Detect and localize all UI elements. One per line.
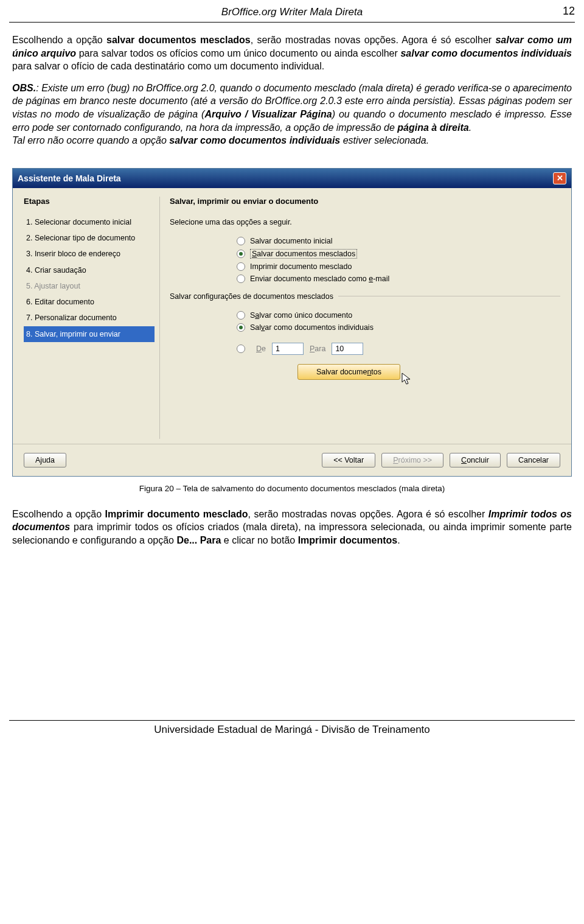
step-2[interactable]: 2. Selecionar tipo de documento	[24, 230, 155, 246]
dialog-footer: Ajuda << Voltar Próximo >> Concluir Canc…	[13, 444, 571, 476]
step-8[interactable]: 8. Salvar, imprimir ou enviar	[24, 326, 155, 342]
prompt-text: Selecione uma das opções a seguir.	[170, 218, 560, 226]
de-label: De	[256, 345, 266, 353]
help-button[interactable]: Ajuda	[24, 453, 66, 467]
step-1[interactable]: 1. Selecionar documento inicial	[24, 214, 155, 230]
range-row: De 1 Para 10	[237, 341, 560, 357]
radio-icon[interactable]	[237, 275, 245, 283]
step-6[interactable]: 6. Editar documento	[24, 294, 155, 310]
back-button[interactable]: << Voltar	[322, 453, 375, 467]
radio-icon[interactable]	[237, 250, 245, 258]
opt-print-merged[interactable]: Imprimir documento mesclado	[237, 261, 560, 273]
paragraph-1: Escolhendo a opção salvar documentos mes…	[12, 33, 572, 73]
cancel-button[interactable]: Cancelar	[507, 453, 560, 467]
page-header: BrOffice.org Writer Mala Direta 12	[9, 0, 575, 23]
para-input[interactable]: 10	[332, 343, 363, 355]
radio-icon[interactable]	[237, 323, 245, 332]
main-panel: Salvar, imprimir ou enviar o documento S…	[170, 197, 560, 439]
options-group: Salvar documento inicial Salvar document…	[237, 235, 560, 285]
opt-send-email[interactable]: Enviar documento mesclado como e-mail	[237, 273, 560, 285]
page-footer: Universidade Estadual de Maringá - Divis…	[9, 720, 575, 743]
page-number: 12	[563, 5, 575, 18]
close-icon[interactable]: ✕	[553, 172, 566, 184]
dialog-screenshot: Assistente de Mala Direta ✕ Etapas 1. Se…	[12, 168, 572, 477]
step-4[interactable]: 4. Criar saudação	[24, 262, 155, 278]
vertical-divider	[159, 197, 160, 439]
header-title: BrOffice.org Writer Mala Direta	[221, 6, 363, 18]
body-text-2: Escolhendo a opção Imprimir documento me…	[0, 508, 584, 562]
radio-icon[interactable]	[237, 311, 245, 320]
step-5: 5. Ajustar layout	[24, 278, 155, 294]
titlebar: Assistente de Mala Direta ✕	[13, 169, 571, 188]
main-header: Salvar, imprimir ou enviar o documento	[170, 197, 560, 206]
para-label: Para	[310, 345, 325, 353]
opt-save-merged[interactable]: Salvar documentos mesclados	[237, 247, 560, 261]
step-7[interactable]: 7. Personalizar documento	[24, 310, 155, 326]
save-config-group: Salvar configurações de documentos mescl…	[170, 292, 560, 380]
save-config-legend: Salvar configurações de documentos mescl…	[170, 292, 338, 301]
save-documents-button[interactable]: Salvar documentos	[297, 364, 400, 380]
radio-icon[interactable]	[237, 237, 245, 245]
de-input[interactable]: 1	[272, 343, 304, 355]
opt-individual-docs[interactable]: Salvar como documentos individuais	[237, 321, 560, 334]
paragraph-2: Escolhendo a opção Imprimir documento me…	[12, 508, 572, 547]
opt-single-doc[interactable]: Salvar como único documento	[237, 309, 560, 321]
step-3[interactable]: 3. Inserir bloco de endereço	[24, 246, 155, 262]
steps-header: Etapas	[24, 197, 155, 206]
body-text: Escolhendo a opção salvar documentos mes…	[0, 23, 584, 162]
dialog-title: Assistente de Mala Direta	[18, 173, 121, 183]
cursor-icon	[401, 373, 413, 389]
next-button: Próximo >>	[381, 453, 443, 467]
figure-caption: Figura 20 – Tela de salvamento do docume…	[0, 480, 584, 508]
opt-save-initial[interactable]: Salvar documento inicial	[237, 235, 560, 247]
radio-icon[interactable]	[237, 262, 245, 271]
radio-icon	[237, 345, 245, 353]
finish-button[interactable]: Concluir	[450, 453, 501, 467]
paragraph-obs: OBS.: Existe um erro (bug) no BrOffice.o…	[12, 82, 572, 147]
steps-panel: Etapas 1. Selecionar documento inicial 2…	[24, 197, 155, 439]
